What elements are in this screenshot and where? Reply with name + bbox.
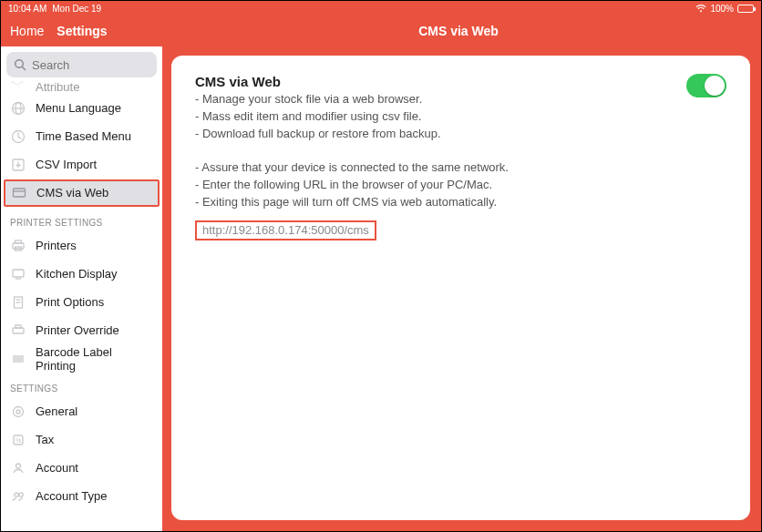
sidebar-item-time-based-menu[interactable]: Time Based Menu [1, 122, 162, 150]
svg-point-22 [16, 464, 21, 468]
sidebar-item-printers[interactable]: Printers [1, 231, 162, 260]
cms-toggle[interactable] [686, 74, 726, 97]
sidebar-item-label: Tax [36, 433, 54, 446]
svg-point-18 [14, 406, 24, 416]
search-icon [14, 58, 26, 71]
sidebar-item-label: Printers [36, 239, 77, 252]
printer-icon [10, 238, 26, 254]
sidebar-item-label: CSV Import [36, 158, 97, 171]
override-icon [10, 322, 26, 339]
import-icon [10, 157, 26, 173]
clock-icon [10, 128, 26, 145]
sidebar-item-account-type[interactable]: Account Type [1, 482, 162, 510]
svg-rect-12 [13, 270, 24, 277]
svg-rect-10 [15, 240, 22, 243]
web-icon [11, 185, 27, 201]
svg-rect-9 [13, 243, 24, 249]
sidebar-item-general[interactable]: General [1, 397, 162, 425]
svg-point-23 [15, 492, 18, 496]
people-icon [10, 488, 26, 505]
sidebar-item-tax[interactable]: % Tax [1, 425, 162, 454]
nav-settings-button[interactable]: Settings [57, 24, 107, 38]
display-icon [10, 266, 26, 282]
svg-point-19 [16, 410, 20, 414]
svg-rect-7 [14, 189, 26, 197]
page-title: CMS via Web [1, 24, 761, 38]
sidebar-item-printer-override[interactable]: Printer Override [1, 316, 162, 344]
person-icon [10, 460, 26, 476]
status-date: Mon Dec 19 [52, 4, 101, 14]
navbar: Home Settings CMS via Web [1, 15, 761, 46]
cms-url[interactable]: http://192.168.0.174:50000/cms [195, 220, 376, 240]
gear-icon [10, 404, 26, 420]
sidebar-item-label: Menu Language [36, 101, 121, 115]
sidebar-item-account[interactable]: Account [1, 454, 162, 482]
battery-pct: 100% [710, 4, 734, 14]
barcode-icon [10, 351, 26, 367]
section-header-settings: SETTINGS [1, 373, 162, 397]
globe-icon [10, 100, 26, 117]
status-time: 10:04 AM [8, 4, 46, 14]
sidebar-item-label: CMS via Web [36, 186, 108, 200]
sidebar-item-attribute[interactable]: Attribute [1, 81, 162, 94]
tax-icon: % [10, 432, 26, 448]
sidebar-item-label: Time Based Menu [36, 129, 131, 143]
receipt-icon [10, 294, 26, 311]
svg-text:%: % [15, 437, 21, 444]
sidebar: Attribute Menu Language Time Based Menu … [1, 46, 162, 531]
nav-home-button[interactable]: Home [10, 24, 44, 38]
sidebar-item-label: Barcode Label Printing [36, 345, 153, 373]
search-input[interactable] [6, 52, 157, 77]
tag-icon [10, 81, 26, 94]
sidebar-item-csv-import[interactable]: CSV Import [1, 150, 162, 179]
content-card: CMS via Web - Manage your stock file via… [171, 56, 750, 520]
sidebar-item-label: Kitchen Display [36, 267, 118, 281]
sidebar-item-menu-language[interactable]: Menu Language [1, 94, 162, 122]
wifi-icon [695, 5, 706, 13]
sidebar-item-label: Account [36, 461, 78, 475]
sidebar-item-cms-via-web[interactable]: CMS via Web [4, 179, 160, 207]
svg-rect-17 [13, 328, 24, 333]
section-header-printer: PRINTER SETTINGS [1, 207, 162, 231]
svg-line-1 [23, 67, 26, 70]
sidebar-item-label: General [36, 404, 77, 418]
card-description: - Manage your stock file via a web brows… [195, 91, 509, 211]
status-bar: 10:04 AM Mon Dec 19 100% [1, 1, 761, 15]
card-title: CMS via Web [195, 74, 509, 89]
sidebar-item-kitchen-display[interactable]: Kitchen Display [1, 260, 162, 288]
battery-icon [737, 5, 754, 13]
sidebar-item-label: Account Type [36, 489, 108, 503]
svg-point-24 [19, 492, 23, 496]
sidebar-item-label: Printer Override [36, 323, 119, 337]
sidebar-item-barcode-label[interactable]: Barcode Label Printing [1, 344, 162, 373]
sidebar-item-label: Print Options [36, 295, 104, 309]
sidebar-item-print-options[interactable]: Print Options [1, 288, 162, 316]
sidebar-item-label: Attribute [36, 81, 79, 94]
